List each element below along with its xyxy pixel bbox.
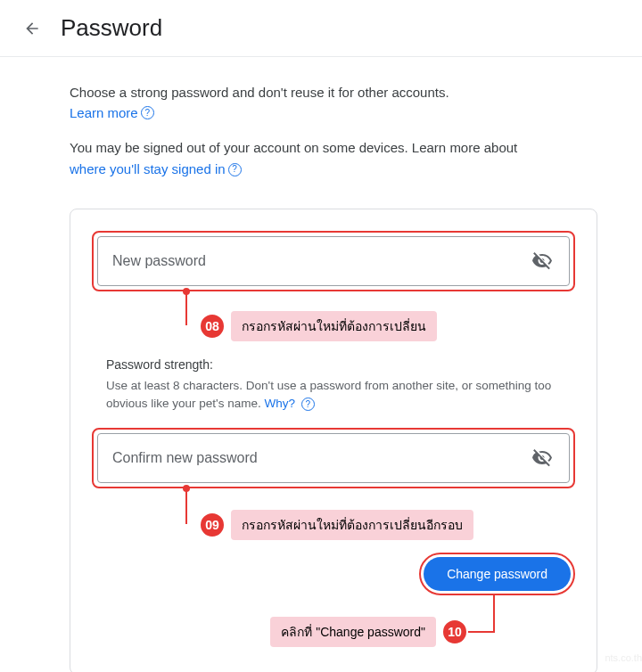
callout-text-10: คลิกที่ "Change password": [270, 617, 436, 647]
callout-09-connector: 09 กรอกรหัสผ่านใหม่ที่ต้องการเปลี่ยนอีกร…: [92, 488, 575, 537]
confirm-password-input[interactable]: Confirm new password: [97, 433, 570, 483]
button-row: Change password: [92, 553, 575, 595]
callout-badge-08: 08: [199, 313, 226, 340]
content-area: Choose a strong password and don't reuse…: [0, 57, 642, 180]
learn-more-link[interactable]: Learn more ?: [70, 105, 154, 120]
callout-text-09: กรอกรหัสผ่านใหม่ที่ต้องการเปลี่ยนอีกรอบ: [231, 510, 473, 540]
description-text-2: You may be signed out of your account on…: [70, 137, 597, 180]
signed-in-link[interactable]: where you'll stay signed in ?: [70, 159, 242, 180]
new-password-placeholder: New password: [112, 253, 206, 269]
help-icon: ?: [141, 106, 154, 119]
callout-08-connector: 08 กรอกรหัสผ่านใหม่ที่ต้องการเปลี่ยน: [92, 291, 575, 338]
back-arrow-icon[interactable]: [21, 18, 43, 39]
new-password-group: New password: [97, 236, 570, 286]
visibility-off-icon[interactable]: [531, 447, 553, 469]
password-card: New password 08 กรอกรหัสผ่านใหม่ที่ต้องก…: [70, 209, 597, 672]
help-icon: ?: [228, 163, 242, 176]
page-header: Password: [0, 0, 642, 57]
confirm-password-placeholder: Confirm new password: [112, 450, 258, 466]
visibility-off-icon[interactable]: [531, 250, 553, 272]
callout-text-08: กรอกรหัสผ่านใหม่ที่ต้องการเปลี่ยน: [231, 311, 437, 341]
strength-title: Password strength:: [106, 357, 561, 372]
callout-10-connector: คลิกที่ "Change password" 10: [92, 595, 575, 649]
callout-highlight-08: New password: [92, 231, 575, 291]
new-password-input[interactable]: New password: [97, 236, 570, 286]
password-strength-section: Password strength: Use at least 8 charac…: [106, 357, 561, 414]
strength-text: Use at least 8 characters. Don't use a p…: [106, 377, 561, 414]
callout-highlight-10: Change password: [419, 553, 575, 595]
watermark: nts.co.th: [605, 652, 642, 663]
callout-highlight-09: Confirm new password: [92, 428, 575, 488]
confirm-password-group: Confirm new password: [97, 433, 570, 483]
page-title: Password: [61, 14, 162, 42]
learn-more-label: Learn more: [70, 105, 138, 120]
callout-badge-10: 10: [441, 619, 468, 645]
help-icon: ?: [301, 397, 315, 411]
callout-badge-09: 09: [199, 512, 226, 538]
change-password-button[interactable]: Change password: [424, 557, 571, 591]
description-text-1: Choose a strong password and don't reuse…: [70, 82, 597, 103]
why-link[interactable]: Why? ?: [264, 397, 314, 410]
